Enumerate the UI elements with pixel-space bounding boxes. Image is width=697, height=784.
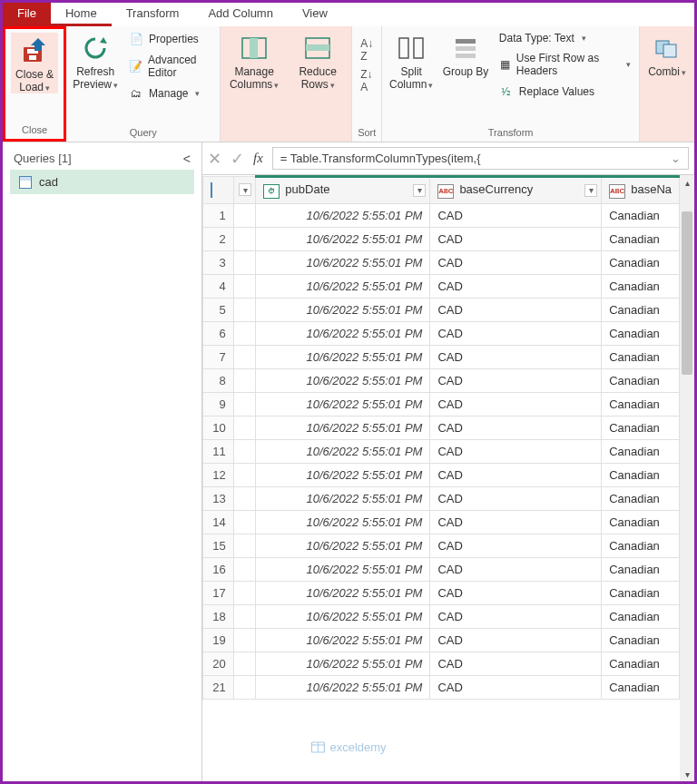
cell-basename[interactable]: Canadian (602, 416, 680, 439)
cell-basecurrency[interactable]: CAD (430, 416, 602, 439)
cell-basecurrency[interactable]: CAD (430, 604, 602, 628)
table-row[interactable]: 910/6/2022 5:55:01 PMCADCanadian (203, 392, 680, 416)
row-select-cell[interactable] (233, 345, 256, 368)
table-row[interactable]: 410/6/2022 5:55:01 PMCADCanadian (203, 274, 680, 298)
grid-corner[interactable] (203, 177, 234, 204)
cell-basename[interactable]: Canadian (602, 274, 680, 298)
cell-basename[interactable]: Canadian (602, 345, 680, 368)
cell-basecurrency[interactable]: CAD (430, 227, 602, 250)
table-row[interactable]: 1810/6/2022 5:55:01 PMCADCanadian (203, 604, 680, 628)
split-column-button[interactable]: Split Column (388, 30, 435, 91)
cell-basecurrency[interactable]: CAD (430, 628, 602, 652)
table-row[interactable]: 1910/6/2022 5:55:01 PMCADCanadian (203, 628, 680, 652)
first-row-headers-button[interactable]: ▦Use First Row as Headers (496, 50, 633, 79)
cell-basename[interactable]: Canadian (602, 604, 680, 628)
sort-asc-button[interactable]: A↓Z (358, 35, 376, 64)
row-select-cell[interactable] (233, 298, 256, 321)
cell-basename[interactable]: Canadian (602, 652, 680, 675)
cell-basecurrency[interactable]: CAD (430, 321, 602, 345)
row-select-cell[interactable] (233, 557, 256, 581)
row-select-cell[interactable] (233, 581, 256, 604)
data-grid[interactable]: ▾ ⏱pubDate▾ ABCbaseCurrency▾ ABCbaseNa 1… (202, 175, 680, 781)
cell-basename[interactable]: Canadian (602, 675, 680, 699)
cell-basecurrency[interactable]: CAD (430, 368, 602, 392)
table-row[interactable]: 1010/6/2022 5:55:01 PMCADCanadian (203, 416, 680, 439)
table-row[interactable]: 510/6/2022 5:55:01 PMCADCanadian (203, 298, 680, 321)
cell-pubdate[interactable]: 10/6/2022 5:55:01 PM (256, 392, 430, 416)
cell-pubdate[interactable]: 10/6/2022 5:55:01 PM (256, 652, 430, 675)
row-select-cell[interactable] (233, 628, 256, 652)
manage-columns-button[interactable]: Manage Columns (226, 30, 282, 91)
table-row[interactable]: 310/6/2022 5:55:01 PMCADCanadian (203, 250, 680, 274)
cell-pubdate[interactable]: 10/6/2022 5:55:01 PM (256, 581, 430, 604)
cell-basecurrency[interactable]: CAD (430, 274, 602, 298)
row-select-cell[interactable] (233, 675, 256, 699)
cell-basename[interactable]: Canadian (602, 510, 680, 534)
table-row[interactable]: 1210/6/2022 5:55:01 PMCADCanadian (203, 463, 680, 486)
cell-pubdate[interactable]: 10/6/2022 5:55:01 PM (256, 345, 430, 368)
cell-basecurrency[interactable]: CAD (430, 439, 602, 463)
cell-basecurrency[interactable]: CAD (430, 463, 602, 486)
cell-pubdate[interactable]: 10/6/2022 5:55:01 PM (256, 368, 430, 392)
cell-basename[interactable]: Canadian (602, 581, 680, 604)
column-header-basecurrency[interactable]: ABCbaseCurrency▾ (430, 177, 602, 204)
reduce-rows-button[interactable]: Reduce Rows (290, 30, 346, 91)
tab-view[interactable]: View (288, 3, 342, 26)
row-select-cell[interactable] (233, 227, 256, 250)
cell-basename[interactable]: Canadian (602, 368, 680, 392)
row-select-cell[interactable] (233, 534, 256, 557)
cell-basecurrency[interactable]: CAD (430, 298, 602, 321)
row-select-cell[interactable] (233, 463, 256, 486)
cell-pubdate[interactable]: 10/6/2022 5:55:01 PM (256, 557, 430, 581)
cell-basename[interactable]: Canadian (602, 628, 680, 652)
cell-basecurrency[interactable]: CAD (430, 392, 602, 416)
row-select-cell[interactable] (233, 604, 256, 628)
table-row[interactable]: 1610/6/2022 5:55:01 PMCADCanadian (203, 557, 680, 581)
combine-button[interactable]: Combi (645, 30, 689, 78)
table-row[interactable]: 210/6/2022 5:55:01 PMCADCanadian (203, 227, 680, 250)
cell-basename[interactable]: Canadian (602, 298, 680, 321)
formula-cancel-button[interactable]: ✕ (208, 149, 221, 169)
table-row[interactable]: 1510/6/2022 5:55:01 PMCADCanadian (203, 534, 680, 557)
chevron-down-icon[interactable]: ▾ (413, 184, 426, 197)
column-header-pubdate[interactable]: ⏱pubDate▾ (256, 177, 430, 204)
table-row[interactable]: 2110/6/2022 5:55:01 PMCADCanadian (203, 675, 680, 699)
cell-pubdate[interactable]: 10/6/2022 5:55:01 PM (256, 604, 430, 628)
formula-expand-icon[interactable]: ⌄ (671, 152, 681, 165)
manage-button[interactable]: 🗂Manage (126, 84, 214, 103)
tab-home[interactable]: Home (51, 3, 112, 26)
cell-basename[interactable]: Canadian (602, 203, 680, 227)
row-select-cell[interactable] (233, 321, 256, 345)
cell-pubdate[interactable]: 10/6/2022 5:55:01 PM (256, 628, 430, 652)
tab-file[interactable]: File (3, 3, 51, 26)
table-row[interactable]: 1410/6/2022 5:55:01 PMCADCanadian (203, 510, 680, 534)
table-row[interactable]: 710/6/2022 5:55:01 PMCADCanadian (203, 345, 680, 368)
cell-pubdate[interactable]: 10/6/2022 5:55:01 PM (256, 321, 430, 345)
scroll-up-button[interactable]: ▴ (680, 175, 694, 190)
cell-basename[interactable]: Canadian (602, 392, 680, 416)
table-row[interactable]: 2010/6/2022 5:55:01 PMCADCanadian (203, 652, 680, 675)
collapse-queries-button[interactable]: < (183, 152, 191, 166)
formula-input[interactable]: = Table.TransformColumnTypes(item,{ ⌄ (272, 147, 689, 170)
cell-basename[interactable]: Canadian (602, 250, 680, 274)
sort-desc-button[interactable]: Z↓A (358, 66, 375, 95)
query-item-cad[interactable]: cad (10, 170, 194, 194)
row-select-cell[interactable] (233, 439, 256, 463)
cell-pubdate[interactable]: 10/6/2022 5:55:01 PM (256, 298, 430, 321)
cell-basename[interactable]: Canadian (602, 557, 680, 581)
select-all-column[interactable]: ▾ (233, 177, 256, 204)
chevron-down-icon[interactable]: ▾ (584, 184, 597, 197)
row-select-cell[interactable] (233, 392, 256, 416)
cell-pubdate[interactable]: 10/6/2022 5:55:01 PM (256, 439, 430, 463)
cell-pubdate[interactable]: 10/6/2022 5:55:01 PM (256, 534, 430, 557)
row-select-cell[interactable] (233, 368, 256, 392)
row-select-cell[interactable] (233, 486, 256, 510)
table-row[interactable]: 810/6/2022 5:55:01 PMCADCanadian (203, 368, 680, 392)
cell-basename[interactable]: Canadian (602, 486, 680, 510)
cell-pubdate[interactable]: 10/6/2022 5:55:01 PM (256, 203, 430, 227)
advanced-editor-button[interactable]: 📝Advanced Editor (126, 52, 214, 81)
cell-basename[interactable]: Canadian (602, 227, 680, 250)
cell-basecurrency[interactable]: CAD (430, 557, 602, 581)
table-row[interactable]: 1310/6/2022 5:55:01 PMCADCanadian (203, 486, 680, 510)
cell-basecurrency[interactable]: CAD (430, 510, 602, 534)
